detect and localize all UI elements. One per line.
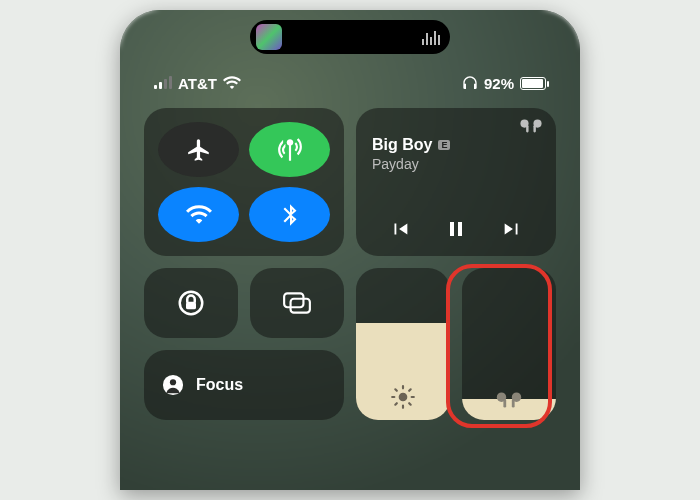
cellular-data-toggle[interactable] xyxy=(249,122,330,177)
person-icon xyxy=(162,374,184,396)
bluetooth-toggle[interactable] xyxy=(249,187,330,242)
svg-rect-5 xyxy=(186,302,196,310)
airpods-volume-icon xyxy=(494,390,524,410)
airplane-mode-toggle[interactable] xyxy=(158,122,239,177)
cellular-signal-icon xyxy=(154,77,172,89)
carrier-label: AT&T xyxy=(178,75,217,92)
battery-percent: 92% xyxy=(484,75,514,92)
orientation-lock-icon xyxy=(176,288,206,318)
antenna-icon xyxy=(277,137,303,163)
brightness-slider[interactable] xyxy=(356,268,450,420)
wifi-toggle[interactable] xyxy=(158,187,239,242)
screen-mirroring-button[interactable] xyxy=(250,268,344,338)
volume-slider[interactable] xyxy=(462,268,556,420)
now-playing-art-icon xyxy=(256,24,282,50)
media-tile[interactable]: Big Boy E Payday xyxy=(356,108,556,256)
orientation-lock-button[interactable] xyxy=(144,268,238,338)
play-pause-button[interactable] xyxy=(444,216,468,242)
airplane-icon xyxy=(186,137,212,163)
previous-track-button[interactable] xyxy=(387,218,413,240)
svg-rect-1 xyxy=(526,125,528,132)
headphones-status-icon xyxy=(462,75,478,91)
dynamic-island[interactable] xyxy=(250,20,450,54)
bluetooth-icon xyxy=(277,202,303,228)
status-bar: AT&T 92% xyxy=(120,72,580,94)
focus-label: Focus xyxy=(196,376,243,394)
audio-equalizer-icon xyxy=(422,29,440,45)
screen-mirroring-icon xyxy=(282,290,312,316)
phone-frame: AT&T 92% xyxy=(120,10,580,490)
svg-point-9 xyxy=(170,379,176,385)
svg-rect-14 xyxy=(512,399,515,407)
svg-point-10 xyxy=(399,393,408,402)
focus-button[interactable]: Focus xyxy=(144,350,344,420)
explicit-badge: E xyxy=(438,140,450,150)
connectivity-tile[interactable] xyxy=(144,108,344,256)
battery-icon xyxy=(520,77,546,90)
svg-rect-3 xyxy=(533,125,535,132)
track-subtitle: Payday xyxy=(372,156,540,172)
wifi-status-icon xyxy=(223,76,241,90)
airpods-route-icon xyxy=(518,118,544,134)
wifi-icon xyxy=(186,202,212,228)
brightness-icon xyxy=(390,384,416,410)
svg-rect-6 xyxy=(284,293,303,307)
svg-rect-7 xyxy=(291,299,310,313)
svg-rect-12 xyxy=(503,399,506,407)
next-track-button[interactable] xyxy=(499,218,525,240)
track-title: Big Boy xyxy=(372,136,432,154)
